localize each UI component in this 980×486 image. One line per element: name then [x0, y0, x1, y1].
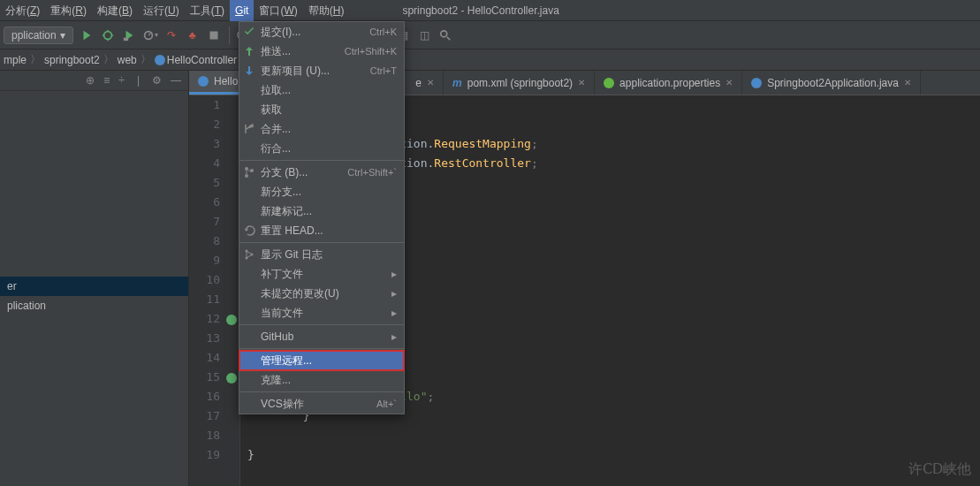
close-icon[interactable]: ✕	[578, 78, 585, 87]
layout-icon[interactable]: ◫	[416, 27, 432, 43]
git-menu-item[interactable]: 重置 HEAD...	[239, 221, 404, 240]
git-menu-item[interactable]: 未提交的更改(U)▸	[239, 284, 404, 303]
close-icon[interactable]: ✕	[904, 78, 911, 87]
tool2-icon[interactable]: ♣	[185, 27, 201, 43]
close-icon[interactable]: ✕	[726, 78, 733, 87]
project-tree[interactable]: erplication	[0, 277, 188, 315]
git-menu-item[interactable]: 更新项目 (U)...Ctrl+T	[239, 61, 404, 80]
git-menu-item[interactable]: 克隆...	[239, 370, 404, 390]
collapse-icon[interactable]: ÷	[118, 74, 125, 87]
chevron-right-icon: 〉	[141, 52, 151, 67]
line-number: 8	[189, 232, 239, 251]
tool1-icon[interactable]: ↷	[163, 27, 179, 43]
gutter: 12345678910111213141516171819	[189, 95, 240, 486]
svg-point-7	[245, 167, 248, 171]
window-title: springboot2 - HelloController.java	[402, 4, 558, 17]
branch-icon	[243, 166, 255, 178]
git-menu-item[interactable]: 合并...	[239, 119, 404, 139]
line-number: 19	[189, 445, 239, 465]
target-icon[interactable]: ⊕	[86, 74, 95, 87]
line-number: 3	[189, 134, 239, 154]
toolbar-separator	[229, 27, 230, 44]
git-menu-item[interactable]: 推送...Ctrl+Shift+K	[239, 42, 404, 61]
search-icon[interactable]	[437, 27, 453, 43]
push-icon	[243, 45, 255, 57]
menu-帮助[interactable]: 帮助(H)	[303, 0, 350, 21]
run-icon[interactable]	[79, 27, 95, 43]
git-menu-item[interactable]: 衍合...	[239, 139, 404, 158]
line-number: 14	[189, 348, 239, 368]
project-item[interactable]: plication	[0, 296, 188, 315]
run-gutter-icon[interactable]	[225, 371, 238, 383]
line-number: 9	[189, 251, 239, 270]
menu-工具[interactable]: 工具(T)	[185, 0, 230, 21]
run-config-label: pplication	[11, 29, 57, 42]
svg-rect-3	[209, 31, 217, 39]
profile-icon[interactable]: ▾	[142, 27, 158, 43]
run-config-combo[interactable]: pplication ▾	[4, 27, 73, 44]
crumb-springboot2[interactable]: springboot2	[44, 54, 100, 66]
git-menu-item[interactable]: GitHub▸	[239, 327, 404, 346]
menu-separator	[239, 324, 404, 325]
menu-窗口[interactable]: 窗口(W)	[254, 0, 302, 21]
code-line: }	[247, 445, 980, 465]
menu-separator	[239, 348, 404, 349]
hide-icon[interactable]: —	[171, 74, 181, 87]
editor-tab[interactable]: application.properties✕	[595, 71, 742, 95]
gear-icon[interactable]: ⚙	[152, 74, 162, 87]
git-menu-item[interactable]: 提交(I)...Ctrl+K	[239, 22, 404, 42]
merge-icon	[243, 123, 255, 135]
project-panel: ⊕ ≡ ÷ | ⚙ — erplication	[0, 71, 189, 486]
line-number: 6	[189, 193, 239, 212]
menu-重构[interactable]: 重构(R)	[45, 0, 92, 21]
git-menu-item[interactable]: 拉取...	[239, 80, 404, 100]
line-number: 5	[189, 173, 239, 193]
chevron-right-icon: 〉	[30, 52, 41, 67]
menu-Git[interactable]: Git	[230, 0, 254, 21]
code-line	[247, 426, 980, 445]
menubar: 分析(Z)重构(R)构建(B)运行(U)工具(T)Git窗口(W)帮助(H)sp…	[0, 0, 980, 21]
chevron-right-icon: ▸	[391, 268, 397, 280]
menu-分析[interactable]: 分析(Z)	[0, 0, 45, 21]
project-item[interactable]: er	[0, 277, 188, 296]
git-menu-item[interactable]: 分支 (B)...Ctrl+Shift+`	[239, 163, 404, 182]
watermark: 许ⅭⅮ峡他	[908, 460, 971, 479]
menu-separator	[239, 242, 404, 243]
log-icon	[243, 248, 255, 261]
git-menu-popup: 提交(I)...Ctrl+K推送...Ctrl+Shift+K更新项目 (U).…	[239, 21, 405, 414]
expand-icon[interactable]: ≡	[103, 74, 110, 87]
git-menu-item[interactable]: 新建标记...	[239, 201, 404, 221]
crumb-web[interactable]: web	[118, 54, 137, 66]
chevron-right-icon: ▸	[391, 330, 397, 343]
coverage-icon[interactable]	[121, 27, 137, 43]
menu-运行[interactable]: 运行(U)	[138, 0, 185, 21]
git-menu-item[interactable]: 新分支...	[239, 182, 404, 201]
svg-rect-1	[124, 37, 128, 41]
git-menu-item[interactable]: 当前文件▸	[239, 303, 404, 323]
main-toolbar: pplication ▾ ▾ ↷ ♣ Git: ↶ ↷ 🔧 ▦ ◫	[0, 21, 980, 49]
menu-构建[interactable]: 构建(B)	[92, 0, 138, 21]
editor-tab[interactable]: mpom.xml (springboot2)✕	[444, 71, 595, 95]
breadcrumb: mple〉springboot2〉web〉 HelloController	[0, 49, 980, 71]
menu-separator	[239, 391, 404, 392]
editor-tab[interactable]: Springboot2Application.java✕	[742, 71, 921, 95]
chevron-right-icon: 〉	[103, 52, 114, 67]
crumb-mple[interactable]: mple	[4, 54, 27, 66]
svg-point-5	[226, 315, 237, 325]
git-menu-item[interactable]: 管理远程...	[239, 351, 404, 370]
stop-icon[interactable]	[206, 27, 222, 43]
git-menu-item[interactable]: 获取	[239, 100, 404, 119]
git-menu-item[interactable]: 补丁文件▸	[239, 264, 404, 284]
git-menu-item[interactable]: 显示 Git 日志	[239, 245, 404, 264]
line-number: 13	[189, 329, 239, 348]
update-icon	[243, 65, 255, 77]
chevron-right-icon: ▸	[391, 287, 397, 300]
chevron-down-icon: ▾	[60, 29, 65, 42]
line-number: 2	[189, 115, 239, 134]
git-menu-item[interactable]: VCS操作Alt+`	[239, 394, 404, 414]
svg-point-4	[441, 30, 447, 36]
debug-icon[interactable]	[100, 27, 116, 43]
run-gutter-icon[interactable]	[225, 313, 238, 325]
crumb-HelloController[interactable]: HelloController	[155, 54, 237, 66]
line-number: 15	[189, 368, 239, 387]
